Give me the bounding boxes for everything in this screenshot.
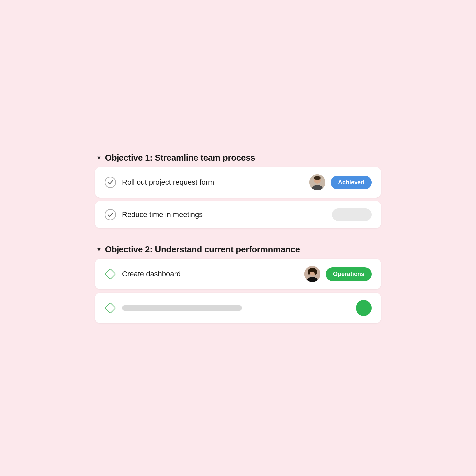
task-left-2: Reduce time in meetings [104,209,203,221]
objective-title-2: Objective 2: Understand current performn… [105,244,300,255]
task-right-2 [332,208,372,221]
chevron-down-icon-1: ▼ [96,155,102,161]
task-title-1: Roll out project request form [122,178,214,187]
avatar-3 [304,266,320,282]
task-left-4 [104,302,242,314]
task-list-1: Roll out project request form [95,167,381,228]
avatar-green-circle-4 [356,300,372,316]
objective-header-1: ▼ Objective 1: Streamline team process [95,153,381,163]
objective-title-1: Objective 1: Streamline team process [105,153,255,163]
svg-rect-6 [105,269,115,279]
objective-section-1: ▼ Objective 1: Streamline team process R… [95,153,381,228]
task-left-1: Roll out project request form [104,176,214,188]
svg-point-3 [314,176,321,180]
task-placeholder-bar-4 [122,305,242,311]
chevron-down-icon-2: ▼ [96,247,102,253]
task-card-1[interactable]: Roll out project request form [95,167,381,198]
task-card-2[interactable]: Reduce time in meetings [95,201,381,228]
objective-header-2: ▼ Objective 2: Understand current perfor… [95,244,381,255]
avatar-1 [309,174,325,190]
svg-point-10 [308,269,310,275]
task-title-3: Create dashboard [122,270,181,278]
svg-rect-13 [105,303,115,313]
task-right-4 [356,300,372,316]
objective-section-2: ▼ Objective 2: Understand current perfor… [95,244,381,323]
badge-operations-3: Operations [326,267,372,281]
task-right-1: Achieved [309,174,372,190]
task-title-2: Reduce time in meetings [122,210,203,219]
main-container: ▼ Objective 1: Streamline team process R… [95,153,381,323]
badge-empty-2 [332,208,372,221]
task-card-3[interactable]: Create dashboard [95,259,381,289]
task-list-2: Create dashboard [95,259,381,323]
task-card-4[interactable] [95,293,381,323]
badge-achieved-1: Achieved [331,176,372,189]
task-right-3: Operations [304,266,372,282]
check-circle-icon-1 [104,176,116,188]
task-left-3: Create dashboard [104,268,181,280]
svg-point-11 [314,269,317,275]
svg-point-5 [105,209,116,220]
check-circle-icon-2 [104,209,116,221]
diamond-icon-4 [104,302,116,314]
diamond-icon-3 [104,268,116,280]
svg-point-0 [105,177,116,188]
